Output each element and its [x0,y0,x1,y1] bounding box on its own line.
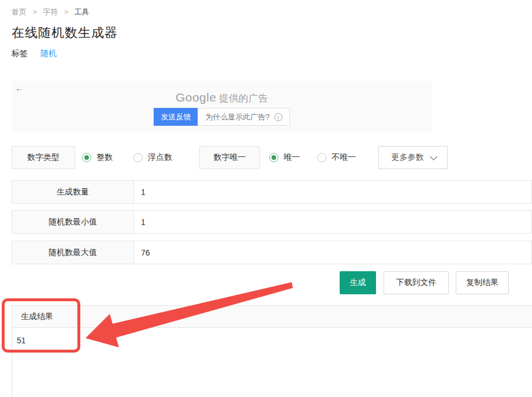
radio-float[interactable]: 浮点数 [133,146,172,169]
radio-unique-label: 唯一 [284,152,300,163]
ad-caption: Google 提供的广告 [12,91,432,105]
field-row-max: 随机数最大值 [12,241,532,264]
radio-unique-icon[interactable] [269,153,278,162]
radio-integer-label: 整数 [96,152,113,163]
tag-random-link[interactable]: 随机 [40,48,57,58]
radio-integer-icon[interactable] [82,153,91,162]
count-input[interactable] [134,181,531,203]
breadcrumb-separator: > [33,8,37,16]
radio-float-icon[interactable] [133,153,143,162]
more-params-label: 更多参数 [392,152,424,163]
tags-label: 标签 [12,48,28,58]
result-header: 生成结果 [12,306,532,328]
result-table: 生成结果 51 [12,305,532,397]
field-row-min: 随机数最小值 [12,210,532,234]
ad-caption-text: 提供的广告 [219,93,268,104]
generate-button[interactable]: 生成 [340,271,376,294]
chevron-down-icon [430,153,437,160]
radio-integer[interactable]: 整数 [82,146,113,169]
breadcrumb: 首页 > 字符 > 工具 [12,7,90,17]
breadcrumb-tools[interactable]: 工具 [75,8,90,16]
min-input[interactable] [134,211,531,233]
download-button[interactable]: 下载到文件 [384,271,449,294]
field-row-count: 生成数量 [12,180,532,204]
why-this-ad-button[interactable]: 为什么显示此广告? i [198,108,289,126]
max-label: 随机数最大值 [12,241,134,264]
max-input[interactable] [134,241,531,264]
ad-banner: ← Google 提供的广告 发送反馈 为什么显示此广告? i [12,81,432,133]
copy-result-button[interactable]: 复制结果 [456,271,509,294]
breadcrumb-separator: > [64,8,68,16]
radio-not-unique[interactable]: 不唯一 [317,146,356,169]
google-logo: Google [176,91,217,104]
radio-not-unique-label: 不唯一 [332,152,356,163]
why-this-ad-label: 为什么显示此广告? [205,112,269,122]
uniqueness-label: 数字唯一 [199,146,260,169]
radio-unique[interactable]: 唯一 [269,146,300,169]
number-type-label: 数字类型 [12,146,75,169]
min-label: 随机数最小值 [12,211,134,233]
options-row: 数字类型 整数 浮点数 数字唯一 唯一 不唯一 更多参数 [0,146,532,169]
breadcrumb-home[interactable]: 首页 [12,8,27,16]
breadcrumb-characters[interactable]: 字符 [43,8,58,16]
page-title: 在线随机数生成器 [12,24,118,42]
send-feedback-button[interactable]: 发送反馈 [154,108,198,126]
tags-row: 标签 随机 [12,48,57,59]
more-params-button[interactable]: 更多参数 [378,146,448,169]
radio-float-label: 浮点数 [148,152,172,163]
radio-not-unique-icon[interactable] [317,153,326,162]
count-label: 生成数量 [12,181,134,203]
info-icon[interactable]: i [274,113,282,121]
result-value: 51 [12,328,532,353]
